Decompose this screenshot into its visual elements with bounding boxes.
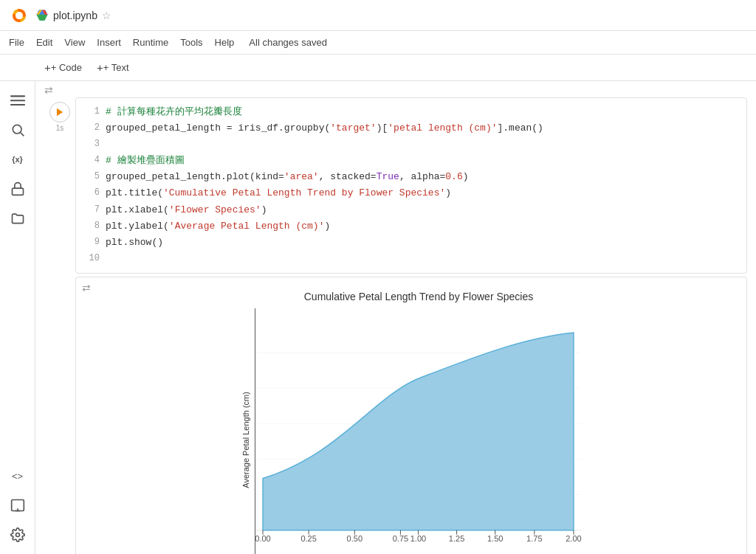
chart-title: Cumulative Petal Length Trend by Flower …	[241, 291, 596, 302]
code-line-10: 10	[85, 251, 738, 267]
chart-container: Cumulative Petal Length Trend by Flower …	[219, 283, 603, 554]
sidebar: {x} <>	[0, 81, 35, 554]
sidebar-item-code-snippets[interactable]: <>	[4, 463, 31, 489]
menu-tools[interactable]: Tools	[180, 37, 202, 48]
drive-icon	[35, 9, 49, 22]
svg-text:0.25: 0.25	[300, 534, 316, 543]
code-line-2: 2 grouped_petal_length = iris_df.groupby…	[85, 120, 738, 136]
cell-filter-icon-top[interactable]: ⇄	[44, 84, 53, 96]
svg-rect-2	[10, 104, 25, 105]
file-info: plot.ipynb ☆	[35, 9, 111, 22]
svg-text:0.75: 0.75	[393, 534, 408, 543]
plus-code-icon: +	[44, 61, 51, 74]
sidebar-item-secrets[interactable]	[4, 176, 31, 202]
svg-text:1.00: 1.00	[410, 534, 426, 543]
code-line-3: 3	[85, 136, 738, 153]
code-line-5: 5 grouped_petal_length.plot(kind='area',…	[85, 169, 738, 185]
add-code-button[interactable]: + + Code	[40, 60, 86, 75]
svg-rect-1	[10, 100, 25, 101]
svg-line-4	[20, 133, 24, 136]
svg-rect-0	[10, 95, 25, 97]
menu-edit[interactable]: Edit	[36, 37, 52, 48]
menu-view[interactable]: View	[64, 37, 85, 48]
code-line-4: 4 # 繪製堆疊面積圖	[85, 153, 738, 169]
svg-rect-5	[12, 188, 23, 195]
svg-text:0.00: 0.00	[255, 534, 270, 543]
svg-point-3	[13, 125, 21, 134]
code-line-9: 9 plt.show()	[85, 235, 738, 251]
menu-bar: File Edit View Insert Runtime Tools Help…	[0, 31, 756, 55]
svg-text:2.00: 2.00	[566, 534, 581, 543]
svg-text:0.50: 0.50	[347, 534, 362, 543]
svg-text:1.75: 1.75	[526, 534, 542, 543]
code-line-1: 1 # 計算每種花卉的平均花瓣長度	[85, 104, 738, 120]
cell-execution-count: 1s	[56, 124, 64, 132]
sidebar-item-files[interactable]	[4, 205, 31, 232]
code-line-7: 7 plt.xlabel('Flower Species')	[85, 202, 738, 218]
add-text-button[interactable]: + + Text	[92, 60, 134, 75]
sidebar-item-terminal[interactable]	[4, 492, 31, 519]
svg-point-9	[16, 533, 19, 537]
svg-marker-10	[57, 108, 63, 117]
toolbar: + + Code + + Text	[0, 55, 756, 81]
chart-svg: 0 1 2 3 4 5	[255, 308, 596, 554]
star-icon[interactable]: ☆	[102, 10, 111, 21]
sidebar-item-bottom[interactable]	[4, 522, 31, 548]
output-settings-icon[interactable]: ⇄	[82, 282, 91, 294]
plus-text-icon: +	[97, 61, 103, 74]
menu-file[interactable]: File	[9, 37, 24, 48]
notebook-content: ⇄ 1s 1 # 計算每種花卉的平均花瓣長度 2 grouped_petal_l…	[35, 81, 756, 554]
save-status: All changes saved	[249, 37, 327, 48]
sidebar-item-menu[interactable]	[4, 87, 31, 114]
y-axis-label: Average Petal Length (cm)	[241, 308, 250, 554]
menu-help[interactable]: Help	[215, 37, 235, 48]
colab-logo	[9, 5, 30, 26]
file-name-text: plot.ipynb	[53, 10, 97, 21]
code-line-8: 8 plt.ylabel('Average Petal Length (cm)'…	[85, 218, 738, 235]
menu-runtime[interactable]: Runtime	[133, 37, 168, 48]
code-btn-label: + Code	[51, 62, 82, 73]
run-cell-button[interactable]	[49, 102, 70, 122]
menu-insert[interactable]: Insert	[97, 37, 121, 48]
sidebar-item-variables[interactable]: {x}	[4, 146, 31, 173]
text-btn-label: + Text	[103, 62, 129, 73]
svg-text:1.50: 1.50	[487, 534, 503, 543]
sidebar-item-search[interactable]	[4, 117, 31, 143]
code-line-6: 6 plt.title('Cumulative Petal Length Tre…	[85, 185, 738, 201]
svg-text:1.25: 1.25	[449, 534, 464, 543]
